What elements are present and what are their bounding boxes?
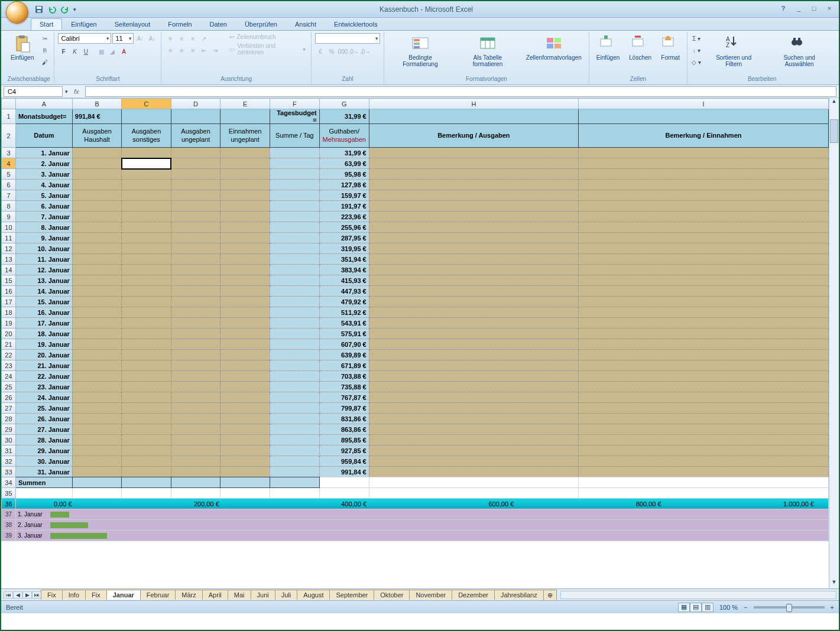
cell-guthaben[interactable]: 287,95 € (319, 233, 369, 243)
cell[interactable] (72, 435, 122, 445)
cell[interactable] (72, 265, 122, 275)
cell[interactable] (270, 275, 319, 286)
cell-bem-ausg[interactable] (369, 382, 578, 392)
border-icon[interactable]: ▦ (96, 46, 106, 57)
cell[interactable] (270, 222, 319, 233)
underline-button[interactable]: U (80, 46, 91, 57)
cell[interactable] (270, 477, 319, 488)
cell[interactable] (220, 445, 270, 456)
cell-bem-ausg[interactable] (369, 467, 578, 477)
cell[interactable] (171, 445, 220, 456)
dec-dec-icon[interactable]: .0→ (360, 46, 371, 57)
cell-bem-ausg[interactable] (369, 424, 578, 435)
cell-guthaben[interactable]: 863,86 € (319, 424, 369, 435)
sheet-tab-märz[interactable]: März (175, 590, 202, 600)
monatsbudget-value[interactable]: 991,84 € (72, 109, 122, 124)
cell[interactable] (270, 445, 319, 456)
cell[interactable] (122, 212, 171, 222)
cell[interactable] (171, 254, 220, 265)
cell[interactable] (220, 297, 270, 307)
cell[interactable] (579, 477, 829, 488)
cell[interactable] (72, 360, 122, 371)
cell-bem-ausg[interactable] (369, 286, 578, 297)
cell[interactable] (220, 212, 270, 222)
cell[interactable] (220, 286, 270, 297)
cell[interactable] (270, 201, 319, 212)
cell-date[interactable]: 9. Januar (15, 233, 72, 243)
cell[interactable] (270, 318, 319, 328)
currency-icon[interactable]: € (315, 46, 326, 57)
cell-guthaben[interactable]: 479,92 € (319, 297, 369, 307)
cell-guthaben[interactable]: 767,87 € (319, 392, 369, 403)
cell[interactable] (72, 328, 122, 339)
number-format-combo[interactable] (315, 33, 380, 44)
cell[interactable] (220, 307, 270, 318)
cell-bem-einn[interactable] (579, 456, 829, 467)
cell-bem-einn[interactable] (579, 201, 829, 212)
cell-date[interactable]: 3. Januar (15, 169, 72, 180)
cell-bem-ausg[interactable] (369, 275, 578, 286)
row-header[interactable]: 30 (2, 435, 16, 445)
cell-guthaben[interactable]: 671,89 € (319, 360, 369, 371)
cell[interactable] (220, 190, 270, 201)
cell[interactable] (270, 435, 319, 445)
cell[interactable] (220, 148, 270, 158)
sheet-tab-juli[interactable]: Juli (275, 590, 298, 600)
vertical-scrollbar[interactable]: ▲ ▼ (829, 98, 839, 588)
cell[interactable] (72, 488, 122, 499)
cell[interactable] (122, 371, 171, 382)
new-sheet-button[interactable]: ⊕ (543, 590, 557, 600)
cell[interactable] (270, 371, 319, 382)
cell[interactable] (220, 414, 270, 424)
cell-date[interactable]: 8. Januar (15, 222, 72, 233)
cell[interactable] (72, 350, 122, 360)
row-header[interactable]: 35 (2, 488, 16, 499)
cell-date[interactable]: 17. Januar (15, 318, 72, 328)
cell[interactable] (72, 403, 122, 414)
bold-button[interactable]: F (58, 46, 69, 57)
cell-guthaben[interactable]: 383,94 € (319, 265, 369, 275)
row-header[interactable]: 20 (2, 328, 16, 339)
scroll-thumb[interactable] (830, 119, 838, 143)
ribbon-tab-seitenlayout[interactable]: Seitenlayout (106, 18, 160, 30)
cell[interactable] (171, 201, 220, 212)
cell[interactable] (319, 477, 369, 488)
cell-bem-ausg[interactable] (369, 371, 578, 382)
select-all-corner[interactable] (2, 99, 16, 109)
cell-date[interactable]: 7. Januar (15, 212, 72, 222)
cell[interactable] (72, 456, 122, 467)
cell[interactable] (122, 477, 171, 488)
cell[interactable] (72, 424, 122, 435)
cell-bem-einn[interactable] (579, 382, 829, 392)
inc-dec-icon[interactable]: .0← (349, 46, 359, 57)
cell-guthaben[interactable]: 543,91 € (319, 318, 369, 328)
cell[interactable] (270, 403, 319, 414)
cell[interactable] (122, 424, 171, 435)
cell[interactable] (220, 392, 270, 403)
cell[interactable] (171, 190, 220, 201)
cell-guthaben[interactable]: 351,94 € (319, 254, 369, 265)
cell-bem-einn[interactable] (579, 403, 829, 414)
hdr-ausg-ungeplant[interactable]: Ausgabenungeplant (171, 124, 220, 148)
cell-guthaben[interactable]: 799,87 € (319, 403, 369, 414)
cell-bem-ausg[interactable] (369, 414, 578, 424)
cell-bem-einn[interactable] (579, 265, 829, 275)
formula-input[interactable] (85, 86, 836, 97)
cell-bem-einn[interactable] (579, 414, 829, 424)
row-header[interactable]: 5 (2, 169, 16, 180)
row-header[interactable]: 27 (2, 403, 16, 414)
cell[interactable] (220, 477, 270, 488)
tagesbudget-value[interactable]: 31,99 € (319, 109, 369, 124)
cell[interactable] (171, 414, 220, 424)
cell[interactable] (171, 233, 220, 243)
col-header-F[interactable]: F (270, 99, 319, 109)
cell-guthaben[interactable]: 319,95 € (319, 243, 369, 254)
cell[interactable] (72, 222, 122, 233)
cut-icon[interactable]: ✂ (40, 33, 50, 44)
cell[interactable] (72, 169, 122, 180)
cell-bem-ausg[interactable] (369, 158, 578, 169)
cell[interactable] (579, 109, 829, 124)
cell[interactable] (369, 477, 578, 488)
cell-date[interactable]: 24. Januar (15, 392, 72, 403)
cell[interactable] (270, 212, 319, 222)
